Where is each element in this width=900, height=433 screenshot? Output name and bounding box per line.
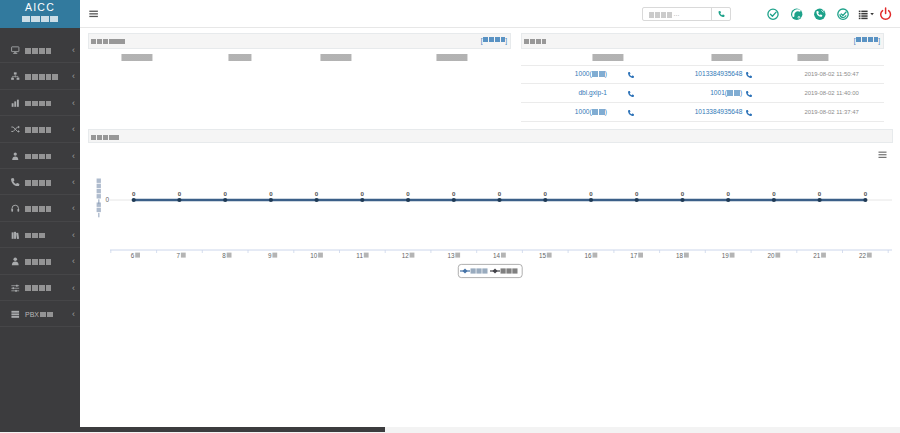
svg-text:0: 0 [406, 190, 410, 197]
svg-text:0: 0 [635, 190, 639, 197]
svg-text:0: 0 [818, 190, 822, 197]
svg-text:7: 7 [176, 252, 180, 259]
svg-text:0: 0 [223, 190, 227, 197]
svg-text:0: 0 [544, 190, 548, 197]
svg-text:20: 20 [767, 252, 775, 259]
svg-text:0: 0 [178, 190, 182, 197]
svg-text:0: 0 [726, 190, 730, 197]
svg-text:8: 8 [222, 252, 226, 259]
svg-text:22: 22 [859, 252, 867, 259]
svg-text:0: 0 [589, 190, 593, 197]
svg-text:0: 0 [269, 190, 273, 197]
svg-text:14: 14 [493, 252, 501, 259]
svg-text:0: 0 [105, 196, 109, 203]
svg-text:12: 12 [402, 252, 410, 259]
svg-text:18: 18 [676, 252, 684, 259]
svg-text:0: 0 [864, 190, 868, 197]
svg-text:0: 0 [361, 190, 365, 197]
svg-text:10: 10 [310, 252, 318, 259]
svg-text:0: 0 [452, 190, 456, 197]
svg-text:0: 0 [498, 190, 502, 197]
svg-text:0: 0 [681, 190, 685, 197]
svg-text:0: 0 [132, 190, 136, 197]
svg-text:21: 21 [813, 252, 821, 259]
svg-text:0: 0 [315, 190, 319, 197]
svg-text:9: 9 [268, 252, 272, 259]
svg-text:11: 11 [356, 252, 363, 259]
svg-text:6: 6 [131, 252, 135, 259]
svg-text:13: 13 [447, 252, 455, 259]
svg-text:19: 19 [722, 252, 730, 259]
svg-text:17: 17 [630, 252, 638, 259]
svg-text:15: 15 [539, 252, 547, 259]
svg-text:0: 0 [772, 190, 776, 197]
svg-text:16: 16 [585, 252, 593, 259]
